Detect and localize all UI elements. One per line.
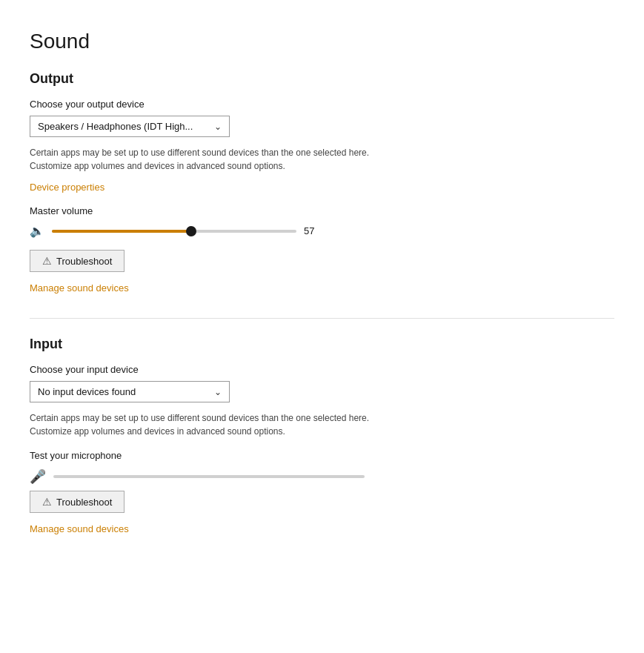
device-properties-link[interactable]: Device properties [30,182,104,193]
mic-test-row: 🎤 [30,468,614,485]
microphone-icon: 🎤 [30,468,46,485]
output-device-value: Speakers / Headphones (IDT High... [38,121,193,132]
chevron-down-icon: ⌄ [214,122,222,132]
output-device-dropdown[interactable]: Speakers / Headphones (IDT High... ⌄ [30,116,230,137]
warning-icon: ⚠ [42,496,52,508]
output-manage-sound-devices-link[interactable]: Manage sound devices [30,282,129,294]
volume-slider[interactable] [52,230,296,233]
master-volume-label: Master volume [30,205,614,216]
chevron-down-icon: ⌄ [214,387,222,397]
output-heading: Output [30,71,614,87]
speaker-icon: 🔈 [30,224,44,238]
input-heading: Input [30,337,614,352]
section-divider [30,318,614,319]
input-section: Input Choose your input device No input … [30,337,614,535]
mic-level-bar [53,475,365,478]
input-device-label: Choose your input device [30,364,614,375]
volume-slider-fill [52,230,191,233]
output-section: Output Choose your output device Speaker… [30,71,614,294]
output-device-label: Choose your output device [30,99,614,110]
input-manage-sound-devices-link[interactable]: Manage sound devices [30,523,129,534]
volume-slider-thumb [186,226,196,236]
warning-icon: ⚠ [42,255,52,267]
input-device-value: No input devices found [38,386,136,397]
input-troubleshoot-label: Troubleshoot [56,497,112,508]
output-troubleshoot-label: Troubleshoot [56,256,112,267]
input-info-text: Certain apps may be set up to use differ… [30,411,371,438]
volume-row: 🔈 57 [30,224,614,238]
volume-value: 57 [304,225,326,236]
input-troubleshoot-button[interactable]: ⚠ Troubleshoot [30,491,125,513]
master-volume-section: Master volume 🔈 57 [30,205,614,238]
input-device-dropdown[interactable]: No input devices found ⌄ [30,381,230,402]
output-troubleshoot-button[interactable]: ⚠ Troubleshoot [30,250,125,272]
page-title: Sound [30,30,614,53]
mic-test-label: Test your microphone [30,450,614,461]
output-info-text: Certain apps may be set up to use differ… [30,146,371,173]
